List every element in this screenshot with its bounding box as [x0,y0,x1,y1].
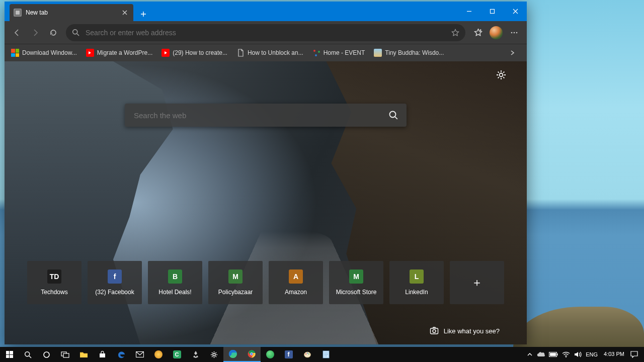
ntp-tile-1[interactable]: f(32) Facebook [88,261,142,304]
bookmark-how-to-unblock[interactable]: How to Unblock an... [233,47,307,59]
taskbar-mail[interactable] [130,347,149,362]
bookmark-tiny-buddha[interactable]: Tiny Buddha: Wisdo... [370,47,447,59]
svg-point-12 [44,352,49,357]
profile-button[interactable] [488,24,505,41]
close-window-button[interactable] [504,2,527,21]
event-icon [312,49,320,57]
ntp-add-tile[interactable]: ＋ [450,261,504,304]
task-view-button[interactable] [56,347,74,362]
svg-rect-14 [63,353,69,357]
tile-label: LinkedIn [405,289,428,296]
like-what-you-see[interactable]: Like what you see? [430,326,500,335]
ntp-tile-5[interactable]: MMicrosoft Store [329,261,383,304]
favorite-star-icon[interactable] [451,29,459,37]
bookmark-download-windows[interactable]: Download Window... [8,47,80,59]
ntp-tile-0[interactable]: TDTechdows [27,261,82,304]
tab-close-button[interactable] [120,8,129,17]
svg-point-5 [514,32,515,33]
tray-wifi-icon[interactable] [562,347,570,362]
ntp-tile-2[interactable]: BHotel Deals! [148,261,202,304]
tile-icon: A [289,269,303,284]
bookmark-label: Home - EVENT [324,49,365,56]
taskbar-file-explorer[interactable] [74,347,93,362]
facebook-icon: f [285,350,293,358]
svg-point-7 [500,73,503,77]
svg-rect-2 [490,10,494,14]
svg-rect-28 [557,353,558,355]
taskbar-chrome[interactable] [242,347,261,362]
forward-button[interactable] [27,24,44,41]
favorites-button[interactable] [469,24,487,41]
tray-volume-icon[interactable] [574,347,582,362]
maximize-button[interactable] [480,2,504,21]
tab-newtab[interactable]: New tab [10,4,133,21]
tile-label: Amazon [285,289,307,296]
tray-action-center-icon[interactable] [630,347,638,362]
tile-label: (32) Facebook [95,289,134,296]
system-tray: ENG 4:03 PM [523,347,644,362]
bookmark-label: Tiny Buddha: Wisdo... [385,49,444,56]
favorites-bar: Download Window... Migrate a WordPre... … [5,44,527,61]
bookmark-home-event[interactable]: Home - EVENT [309,47,369,59]
ntp-search-box[interactable] [125,104,407,127]
taskbar-edge-legacy[interactable] [112,347,130,362]
taskbar-app-2[interactable]: C [168,347,186,362]
app-icon [154,350,163,358]
svg-point-6 [516,32,518,33]
favorites-overflow-button[interactable] [509,49,524,56]
window-controls [457,2,527,21]
menu-button[interactable] [506,24,523,41]
tray-onedrive-icon[interactable] [536,347,545,362]
avatar-icon [490,26,503,39]
tile-label: Hotel Deals! [158,289,191,296]
taskbar-store[interactable] [93,347,112,362]
address-input[interactable] [85,28,451,37]
bookmark-label: How to Unblock an... [248,49,303,56]
like-label: Like what you see? [444,327,500,335]
wallpaper-hill [513,307,644,347]
taskbar-app-4[interactable] [261,347,279,362]
ntp-tile-4[interactable]: AAmazon [269,261,323,304]
tile-icon: f [108,269,122,284]
tray-clock[interactable]: 4:03 PM [604,347,624,362]
taskbar-notepad[interactable] [316,347,335,362]
svg-point-3 [73,30,77,34]
tray-battery-icon[interactable] [549,347,558,362]
tile-icon: TD [47,269,61,284]
bookmark-label: (29) How to create... [173,49,227,56]
tile-label: Techdows [41,289,67,296]
taskbar-edge-chromium[interactable] [223,347,242,362]
svg-point-22 [305,353,306,354]
ntp-search-submit-icon[interactable] [388,110,398,120]
toolbar [5,21,527,44]
taskbar-search-button[interactable] [19,347,37,362]
taskbar-app-3[interactable] [186,347,205,362]
start-button[interactable] [0,347,19,362]
new-tab-button[interactable] [136,7,150,21]
tile-icon: M [349,269,363,284]
taskbar-facebook[interactable]: f [279,347,298,362]
minimize-button[interactable] [457,2,480,21]
taskbar-app-1[interactable] [149,347,168,362]
back-button[interactable] [9,24,26,41]
bookmark-how-to-create[interactable]: (29) How to create... [158,47,231,59]
tile-icon: B [168,269,182,284]
taskbar-paint[interactable] [298,347,316,362]
cortana-button[interactable] [37,347,56,362]
ntp-tiles: TDTechdowsf(32) FacebookBHotel Deals!MPo… [27,261,504,304]
ntp-tile-6[interactable]: LLinkedIn [389,261,444,304]
titlebar: New tab [5,2,527,21]
bookmark-migrate-wordpress[interactable]: Migrate a WordPre... [83,47,156,59]
ntp-settings-button[interactable] [496,69,507,80]
app-icon [266,350,274,358]
taskbar-settings[interactable] [205,347,223,362]
ntp-tile-3[interactable]: MPolicybazaar [208,261,263,304]
tray-overflow-button[interactable] [527,347,532,362]
tray-language[interactable]: ENG [586,347,598,362]
ntp-search-input[interactable] [133,111,388,120]
address-bar[interactable] [66,24,465,41]
bookmark-label: Migrate a WordPre... [97,49,152,56]
svg-point-8 [390,112,396,118]
refresh-button[interactable] [45,24,62,41]
svg-point-23 [307,353,308,354]
